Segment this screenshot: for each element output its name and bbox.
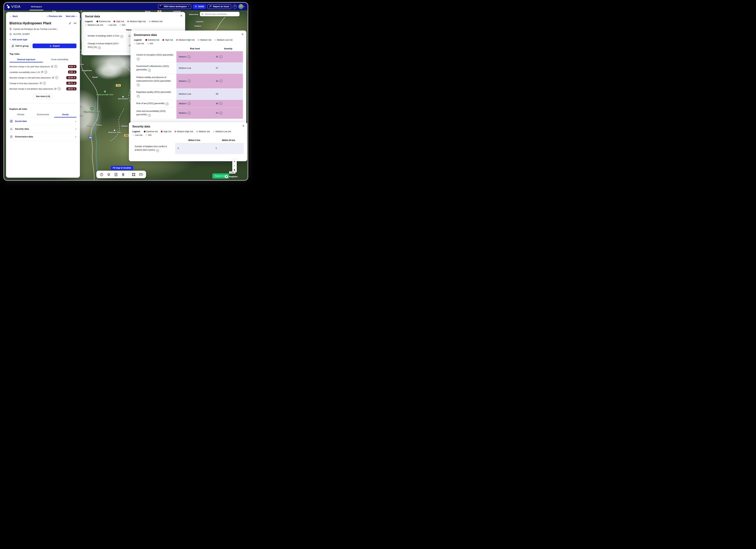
add-group-icon	[12, 45, 14, 47]
chevron-right-icon: ›	[75, 135, 76, 138]
legend-dot	[97, 21, 98, 22]
attachment-paperclip-icon[interactable]	[121, 172, 125, 176]
fit-map-button[interactable]: Fit map to location	[111, 166, 133, 170]
export-button[interactable]: Export	[33, 44, 76, 48]
external-link-icon[interactable]	[52, 77, 54, 79]
help-tooltip-icon[interactable]: ?	[156, 149, 159, 152]
column-header-within-5km: Within 5 km	[175, 139, 213, 141]
warning-icon: ⚠	[74, 82, 75, 84]
close-icon[interactable]: ✕	[242, 124, 244, 127]
vida-logo-icon	[7, 4, 10, 9]
user-menu[interactable]: ˅	[238, 4, 245, 9]
tab-asset-vulnerability[interactable]: Asset vulnerability	[43, 57, 77, 62]
add-asset-type-button[interactable]: + Add asset type	[9, 38, 76, 41]
help-tooltip-icon[interactable]: ?	[54, 65, 57, 68]
map-label-park: Park prirode Tara	[97, 90, 113, 96]
site-coordinates: 43.4704, 19.6557	[13, 33, 30, 35]
cell-risk-level: Medium!	[176, 74, 213, 88]
legend-dot	[198, 39, 199, 41]
measure-ruler-icon[interactable]	[139, 172, 143, 176]
legend-dot	[145, 39, 147, 41]
help-tooltip-icon[interactable]: ?	[58, 87, 61, 90]
add-to-group-button[interactable]: Add to group	[9, 44, 31, 48]
map-label-town: Sainovina	[189, 13, 198, 15]
copy-link-icon[interactable]	[74, 22, 76, 25]
zoom-in-button[interactable]: +	[232, 159, 237, 164]
column-header-within-50km: Within 50 km	[213, 139, 244, 141]
risk-value-badge: -39.71⚠	[66, 82, 76, 85]
see-more-button[interactable]: See more (+4)	[33, 94, 53, 99]
help-tooltip-icon[interactable]: ?	[137, 95, 140, 98]
external-link-icon[interactable]	[40, 82, 42, 84]
vida-logo[interactable]: VIDA	[7, 4, 21, 9]
sidebar-item-security-data[interactable]: Security data ›	[9, 125, 76, 133]
legend-dot	[161, 131, 163, 132]
workspace-selector[interactable]: VIDA demo workspace ˅	[158, 4, 191, 9]
external-link-icon[interactable]	[54, 88, 56, 90]
top-risks-tabs: General exposure Asset vulnerability	[9, 57, 76, 62]
plus-icon: +	[9, 38, 11, 41]
column-header-severity: Severity	[213, 47, 243, 50]
next-site-button[interactable]: Next site ›	[66, 15, 76, 17]
close-icon[interactable]: ✕	[180, 14, 182, 17]
mapbox-attribution[interactable]: ✦ mapbox	[225, 175, 238, 178]
workspace-logo-icon	[160, 5, 162, 8]
tab-general-exposure[interactable]: General exposure	[9, 57, 43, 62]
legend-dot	[175, 131, 176, 132]
zoom-out-button[interactable]: −	[232, 164, 237, 168]
help-tooltip-icon[interactable]: ?	[137, 58, 140, 61]
map-label-town: Zavait	[92, 76, 98, 78]
help-tooltip-icon[interactable]: ?	[55, 76, 58, 79]
report-issue-button[interactable]: Report an issue	[207, 4, 231, 9]
divider	[9, 103, 76, 103]
search-input[interactable]	[205, 13, 238, 15]
back-button[interactable]: ← Back	[9, 15, 18, 17]
help-tooltip-icon[interactable]: ?	[148, 114, 151, 117]
previous-site-button[interactable]: ‹ Previous site	[47, 15, 62, 17]
cell-severity: 57	[213, 63, 243, 74]
help-icon[interactable]: ?	[233, 5, 237, 9]
tab-environment[interactable]: Environment	[32, 112, 54, 117]
cell-risk-level: Medium!	[176, 51, 213, 62]
person-info-icon	[10, 120, 13, 123]
site-title: Bistrica Hydropower Plant	[9, 21, 51, 25]
top-bar: VIDA Workspace VIDA demo workspace ˅ Inv…	[4, 3, 248, 10]
help-tooltip-icon[interactable]: ?	[43, 82, 46, 85]
help-tooltip-icon[interactable]: ?	[44, 71, 47, 74]
cell-within-5km: 0	[175, 143, 213, 154]
tab-social[interactable]: Social	[54, 112, 76, 117]
back-arrow-icon: ←	[9, 15, 12, 17]
sidebar-item-governance-data[interactable]: Governance data ›	[9, 133, 76, 141]
legend-dot	[119, 24, 121, 26]
close-icon[interactable]: ✕	[241, 33, 244, 35]
nav-tab-workspace[interactable]: Workspace	[28, 3, 44, 10]
download-icon	[49, 45, 52, 47]
help-tooltip-icon[interactable]: ?	[148, 69, 151, 72]
chevron-right-icon: ›	[75, 120, 76, 123]
mountain-icon	[113, 129, 116, 131]
help-tooltip-icon[interactable]: ?	[137, 83, 140, 86]
sidebar-item-social-data[interactable]: Social data ›	[9, 117, 76, 125]
warning-icon: ⚠	[74, 65, 75, 67]
bounding-box-icon[interactable]	[132, 172, 136, 176]
document-icon[interactable]	[114, 172, 118, 176]
legend-dot	[176, 39, 178, 41]
search-icon	[201, 13, 203, 15]
layers-icon[interactable]	[107, 172, 111, 176]
chevron-right-icon: ›	[76, 15, 76, 17]
map-scale: 5 km	[229, 171, 236, 174]
invite-button[interactable]: Invite	[193, 4, 206, 9]
map-label-town: Dragočava	[82, 69, 92, 71]
help-tooltip-icon[interactable]: ?	[166, 103, 169, 105]
help-tooltip-icon[interactable]: ?	[98, 46, 101, 49]
help-tooltip-icon[interactable]: ?	[120, 35, 123, 38]
tab-climate[interactable]: Climate	[9, 112, 32, 117]
history-clock-icon[interactable]	[99, 172, 104, 176]
alert-icon: !	[219, 80, 222, 82]
alert-icon: !	[188, 55, 190, 58]
external-link-icon[interactable]	[41, 71, 43, 73]
legend-dot	[134, 43, 136, 44]
table-row: Number of fatalities from conflict & pro…	[132, 143, 244, 154]
edit-pencil-icon[interactable]	[69, 22, 71, 25]
external-link-icon[interactable]	[51, 65, 53, 68]
